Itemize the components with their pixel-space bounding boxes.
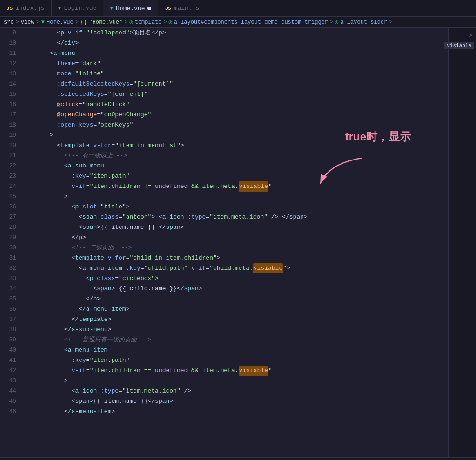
code-token: v-for: [93, 140, 111, 151]
code-token: [184, 212, 188, 222]
code-line: </a-menu-item>: [28, 304, 448, 314]
code-token: [28, 396, 72, 407]
code-token: "[current]": [108, 89, 148, 100]
code-token: && item.meta.: [188, 181, 238, 192]
code-token: <: [72, 386, 75, 396]
code-line: <a-menu-item: [28, 345, 448, 355]
code-token: <!-- 有一级以上 -->: [64, 151, 127, 161]
code-token: "item.children !=: [90, 181, 155, 192]
code-token: <: [72, 202, 75, 212]
code-token: >项目名</: [130, 28, 159, 38]
code-token: span: [289, 212, 304, 222]
minimap-label: visiable: [444, 42, 474, 49]
code-token: =: [86, 355, 90, 366]
code-token: "item in menuList": [115, 140, 180, 151]
code-token: [28, 100, 57, 110]
code-token: [28, 407, 64, 417]
code-token: <!-- 普通只有一级的页面 -->: [64, 335, 151, 345]
code-token: > {{ child.name }}</: [111, 284, 184, 294]
line-number: 16: [4, 100, 16, 110]
code-token: visiable: [253, 263, 283, 273]
line-number: 36: [4, 304, 16, 314]
code-line: <a-menu-item :key="child.path" v-if="chi…: [28, 263, 448, 273]
code-token: template: [60, 140, 89, 151]
code-token: >: [64, 192, 68, 202]
vue-icon-4: ◎: [335, 19, 338, 26]
code-token: <: [79, 212, 82, 222]
code-token: [28, 140, 57, 151]
breadcrumb-src[interactable]: src: [4, 19, 14, 26]
code-token: && item.meta.: [188, 366, 238, 376]
tab-main-js[interactable]: JS main.js: [158, 0, 206, 16]
code-token: [188, 263, 191, 273]
tab-login-vue[interactable]: ▼ Login.vue: [52, 0, 104, 16]
code-token: <: [72, 253, 75, 263]
code-token: >: [126, 202, 130, 212]
code-token: :defaultSelectedKeys: [57, 79, 129, 89]
tab-label: index.js: [15, 5, 44, 12]
breadcrumb-template[interactable]: template: [135, 19, 162, 26]
code-token: class: [97, 273, 115, 284]
tab-index-js[interactable]: JS index.js: [0, 0, 52, 16]
code-line: <span>{{ item.name }}</span>: [28, 396, 448, 407]
code-line: <a-sub-menu: [28, 161, 448, 171]
code-token: =: [75, 59, 79, 69]
code-token: [28, 366, 72, 376]
line-number: 33: [4, 273, 16, 284]
code-line: :key="item.path": [28, 355, 448, 366]
code-token: =: [129, 79, 133, 89]
code-token: [28, 110, 57, 120]
code-token: [28, 202, 72, 212]
line-number: 35: [4, 294, 16, 304]
code-token: </: [64, 325, 72, 335]
code-token: theme: [57, 59, 75, 69]
line-number: 28: [4, 222, 16, 233]
minimap-expand[interactable]: >: [469, 33, 472, 39]
code-line: </p>: [28, 294, 448, 304]
line-number: 41: [4, 355, 16, 366]
code-token: [28, 222, 79, 233]
code-token: >: [169, 396, 173, 407]
code-token: > <: [151, 212, 162, 222]
code-area[interactable]: true时，显示 <p v-if="!collapsed">项目名</p> </…: [22, 28, 448, 457]
breadcrumb-homevue[interactable]: Home.vue: [47, 19, 74, 26]
code-token: [28, 89, 57, 100]
code-token: [28, 69, 57, 79]
code-token: [28, 263, 79, 273]
code-token: "child.path": [144, 263, 188, 273]
breadcrumb: src > view > ▼ Home.vue > {} "Home.vue" …: [0, 17, 476, 28]
code-token: span: [155, 396, 169, 407]
code-line: </p>: [28, 233, 448, 243]
code-token: =: [86, 171, 90, 181]
code-token: >: [155, 273, 159, 284]
code-line: <span> {{ child.name }}</span>: [28, 284, 448, 294]
code-token: [28, 28, 57, 38]
code-token: [28, 355, 72, 366]
breadcrumb-view[interactable]: view: [21, 19, 34, 26]
code-token: a-sub-menu: [68, 161, 104, 171]
breadcrumb-layout[interactable]: a-layout#components-layout-demo-custom-t…: [174, 19, 328, 26]
code-token: </: [64, 407, 72, 417]
code-token: =: [115, 273, 119, 284]
code-token: p: [90, 273, 94, 284]
code-token: =: [97, 110, 101, 120]
code-token: "title": [101, 202, 126, 212]
code-token: >: [217, 253, 221, 263]
breadcrumb-sider[interactable]: a-layout-sider: [340, 19, 387, 26]
code-token: ": [283, 263, 287, 273]
code-token: ": [268, 366, 272, 376]
code-token: [28, 48, 50, 59]
code-token: p: [93, 294, 97, 304]
code-line: :defaultSelectedKeys="[current]": [28, 79, 448, 89]
code-token: "[current]": [133, 79, 173, 89]
line-number: 38: [4, 325, 16, 335]
code-token: span: [166, 222, 180, 233]
tab-home-vue[interactable]: ▼ Home.vue: [103, 0, 158, 16]
code-token: =: [86, 366, 90, 376]
code-token: undefined: [155, 366, 188, 376]
code-token: =: [119, 386, 122, 396]
code-line: </div>: [28, 38, 448, 48]
code-token: "item.meta.icon": [122, 386, 181, 396]
code-line: </template>: [28, 314, 448, 325]
code-line: </a-menu-item>: [28, 407, 448, 417]
